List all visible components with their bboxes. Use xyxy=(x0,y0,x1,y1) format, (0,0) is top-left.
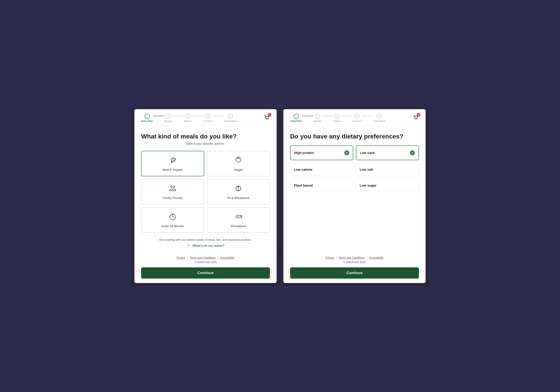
meal-card-label-meat-veggies: Meat & Veggies xyxy=(162,168,183,171)
diet-label-low-calorie: Low calorie xyxy=(294,168,312,171)
progress-steps-2: 1 Select Plan 2 Register 3 Address 4 Che… xyxy=(290,114,386,122)
meal-card-fit-wholesome[interactable]: Fit & Wholesome xyxy=(207,179,270,204)
diet-label-low-carb: Low carb xyxy=(360,151,375,155)
page1-header: 1 Select Plan 2 Register 3 Address 4 Che… xyxy=(134,109,277,126)
step2-line-2 xyxy=(322,116,333,116)
step2-circle-1: 1 xyxy=(293,114,299,119)
pescatarian-icon xyxy=(234,212,243,222)
step2-line-3 xyxy=(341,116,352,116)
step-circle-2: 2 xyxy=(166,114,171,119)
meal-card-label-veggie: Veggie xyxy=(234,168,243,171)
step2-label-2: Register xyxy=(313,120,321,122)
cart-button-2[interactable]: 1 xyxy=(413,114,419,122)
page1-content: What kind of meals do you like? Select y… xyxy=(134,126,277,252)
step-label-3: Address xyxy=(184,120,192,122)
page2-footer-links: Privacy | Terms and Conditions | Accessi… xyxy=(290,256,419,259)
meal-card-label-under-20: Under 20 Minutes xyxy=(161,224,184,228)
svg-point-0 xyxy=(266,119,267,120)
accessibility-link-1[interactable]: Accessibility xyxy=(220,256,235,259)
page1-continue-button[interactable]: Continue xyxy=(141,267,270,278)
svg-point-1 xyxy=(268,119,268,120)
page1-footer-links: Privacy | Terms and Conditions | Accessi… xyxy=(141,256,270,259)
meal-card-family-friendly[interactable]: Family Friendly xyxy=(141,179,204,204)
meal-card-veggie[interactable]: Veggie xyxy=(207,151,270,176)
accessibility-link-2[interactable]: Accessibility xyxy=(369,256,383,259)
svg-point-10 xyxy=(415,119,416,120)
page1-copyright: © HelloFresh 2025 xyxy=(141,261,270,264)
diet-label-low-sugar: Low sugar xyxy=(360,183,377,187)
meal-card-pescatarian[interactable]: Pescatarian xyxy=(207,207,270,233)
page2-footer: Privacy | Terms and Conditions | Accessi… xyxy=(283,252,426,283)
step2-3: 3 Address xyxy=(333,114,341,122)
diet-card-low-carb[interactable]: Low carb xyxy=(356,145,419,160)
step-circle-1: 1 xyxy=(144,114,150,119)
meal-card-label-pescatarian: Pescatarian xyxy=(231,224,246,228)
pages-container: 1 Select Plan 2 Register 3 Address 4 Che… xyxy=(134,109,426,283)
step2-circle-2: 2 xyxy=(315,114,320,119)
svg-point-2 xyxy=(172,158,175,161)
diet-grid: High protein Low carb xyxy=(290,145,419,192)
svg-point-4 xyxy=(170,186,172,188)
whats-on-menu-link[interactable]: 🍴 What's on our menu? xyxy=(141,244,270,248)
under-20-icon xyxy=(168,212,177,222)
step-circle-3: 3 xyxy=(185,114,191,119)
step-2: 2 Register xyxy=(164,114,172,122)
svg-point-5 xyxy=(173,186,175,188)
svg-point-11 xyxy=(417,119,417,120)
step-circle-5: 5 xyxy=(228,114,233,119)
step2-circle-3: 3 xyxy=(334,114,340,119)
terms-link-1[interactable]: Terms and Conditions xyxy=(190,256,216,259)
page-meal-types: 1 Select Plan 2 Register 3 Address 4 Che… xyxy=(134,109,277,283)
step2-5: 5 Select Meals xyxy=(373,114,386,122)
meal-grid: Meat & Veggies Veggie xyxy=(141,151,270,233)
step-line-2 xyxy=(173,116,184,116)
fit-wholesome-icon xyxy=(234,184,243,194)
cart-badge-2: 1 xyxy=(417,113,420,116)
diet-card-low-salt[interactable]: Low salt xyxy=(356,163,419,176)
step2-1: 1 Select Plan xyxy=(290,114,302,122)
privacy-link-2[interactable]: Privacy xyxy=(325,256,334,259)
svg-point-9 xyxy=(240,216,240,216)
cart-button[interactable]: 1 xyxy=(264,114,270,122)
step-1: 1 Select Plan xyxy=(141,114,153,122)
step-3: 3 Address xyxy=(184,114,192,122)
step-label-2: Register xyxy=(164,120,172,122)
meal-card-label-fit-wholesome: Fit & Wholesome xyxy=(227,196,250,200)
step-line-1 xyxy=(153,116,164,116)
step-line-3 xyxy=(192,116,203,116)
veggie-icon xyxy=(234,156,243,166)
step-circle-4: 4 xyxy=(205,114,210,119)
page2-header: 1 Select Plan 2 Register 3 Address 4 Che… xyxy=(283,109,426,126)
step-label-4: Checkout xyxy=(203,120,213,122)
step-label-5: Select Meals xyxy=(224,120,237,122)
step2-2: 2 Register xyxy=(313,114,321,122)
meal-card-under-20[interactable]: Under 20 Minutes xyxy=(141,207,204,233)
diet-card-low-sugar[interactable]: Low sugar xyxy=(356,179,419,192)
step-4: 4 Checkout xyxy=(203,114,213,122)
page1-title: What kind of meals do you like? xyxy=(141,133,270,140)
step-label-1: Select Plan xyxy=(141,120,153,122)
meal-card-meat-veggies[interactable]: Meat & Veggies xyxy=(141,151,204,176)
step2-circle-4: 4 xyxy=(354,114,360,119)
fork-knife-icon: 🍴 xyxy=(187,244,191,248)
page1-footer: Privacy | Terms and Conditions | Accessi… xyxy=(134,252,277,283)
diet-card-high-protein[interactable]: High protein xyxy=(290,145,353,160)
terms-link-2[interactable]: Terms and Conditions xyxy=(339,256,364,259)
progress-steps-1: 1 Select Plan 2 Register 3 Address 4 Che… xyxy=(141,114,237,122)
diet-card-low-calorie[interactable]: Low calorie xyxy=(290,163,353,176)
step2-label-4: Checkout xyxy=(352,120,361,122)
step2-4: 4 Checkout xyxy=(352,114,361,122)
page2-content: Do you have any dietary preferences? Hig… xyxy=(283,126,426,252)
svg-point-7 xyxy=(238,186,239,187)
page2-continue-button[interactable]: Continue xyxy=(290,267,419,278)
step2-line-4 xyxy=(362,116,373,116)
meat-veggies-icon xyxy=(168,156,177,166)
check-icon-high-protein xyxy=(344,150,349,155)
page2-copyright: © HelloFresh 2025 xyxy=(290,261,419,264)
check-icon-low-carb xyxy=(410,150,415,155)
privacy-link-1[interactable]: Privacy xyxy=(177,256,185,259)
diet-card-plant-based[interactable]: Plant based xyxy=(290,179,353,192)
step2-label-5: Select Meals xyxy=(373,120,386,122)
step-line-4 xyxy=(213,116,224,116)
step-5: 5 Select Meals xyxy=(224,114,237,122)
